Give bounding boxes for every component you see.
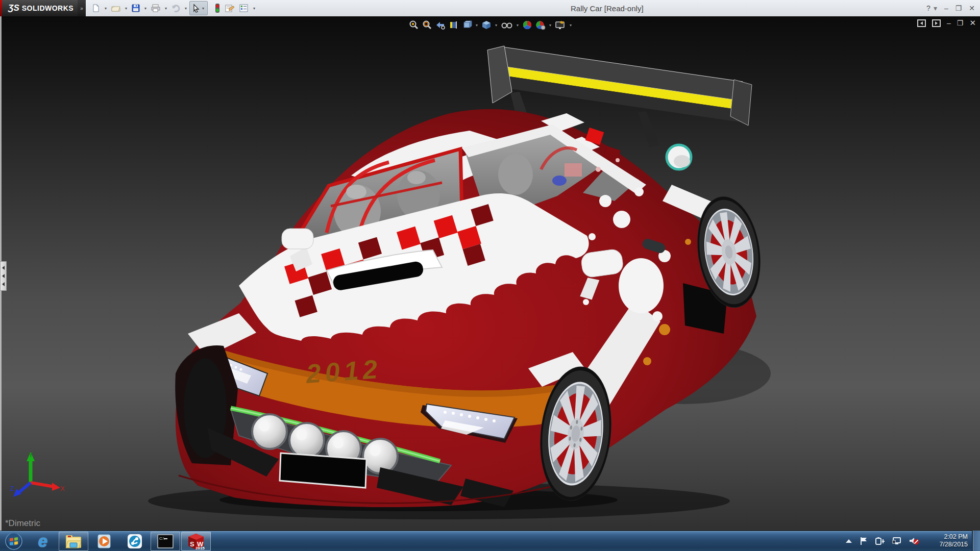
undo-button[interactable] bbox=[169, 2, 182, 15]
menu-expand-arrow[interactable]: » bbox=[78, 0, 86, 16]
triad-y-label: Y bbox=[29, 451, 33, 459]
zoom-to-area-button[interactable] bbox=[422, 19, 433, 31]
hide-show-dropdown[interactable]: ▾ bbox=[516, 23, 520, 28]
save-dropdown[interactable]: ▾ bbox=[143, 6, 148, 11]
section-view-button[interactable] bbox=[448, 19, 459, 31]
options-button[interactable] bbox=[237, 2, 251, 15]
media-player-icon bbox=[96, 533, 112, 549]
print-button[interactable] bbox=[149, 2, 162, 15]
previous-view-icon bbox=[435, 20, 446, 30]
save-floppy-icon bbox=[131, 4, 140, 13]
help-button[interactable]: ? bbox=[926, 4, 930, 12]
power-battery-icon[interactable] bbox=[875, 536, 885, 545]
new-dropdown[interactable]: ▾ bbox=[103, 6, 108, 11]
solidworks-logo: ƷS SOLIDWORKS bbox=[2, 0, 78, 16]
triad-x-label: X bbox=[60, 485, 65, 492]
start-button[interactable] bbox=[1, 532, 27, 551]
print-dropdown[interactable]: ▾ bbox=[163, 6, 168, 11]
document-window-controls: – ❐ ✕ bbox=[917, 18, 976, 28]
document-title: Rally Car [Read-only] bbox=[571, 0, 644, 16]
restore-button[interactable]: ❐ bbox=[955, 4, 962, 12]
select-cursor-icon bbox=[191, 4, 201, 13]
help-dropdown[interactable]: ▾ bbox=[934, 4, 937, 12]
options-dropdown[interactable]: ▾ bbox=[252, 6, 257, 11]
internet-explorer-icon: e bbox=[38, 532, 47, 551]
taskbar: e C:\ bbox=[0, 531, 980, 551]
svg-text:S: S bbox=[190, 540, 194, 548]
view-orientation-label: *Dimetric bbox=[5, 518, 40, 529]
windows-start-orb bbox=[5, 533, 22, 550]
share-app-button[interactable] bbox=[120, 532, 150, 551]
network-icon[interactable] bbox=[892, 536, 902, 545]
triad-z-label: Z bbox=[10, 485, 14, 492]
minimize-document-button[interactable]: – bbox=[947, 19, 951, 27]
media-player-button[interactable] bbox=[89, 532, 119, 551]
view-settings-icon bbox=[555, 20, 566, 30]
rally-car-model[interactable]: 2012 bbox=[0, 16, 980, 531]
apply-scene-button[interactable] bbox=[535, 19, 546, 31]
view-settings-dropdown[interactable]: ▾ bbox=[569, 23, 573, 28]
file-properties-button[interactable] bbox=[223, 2, 236, 15]
view-orientation-dropdown[interactable]: ▾ bbox=[475, 23, 479, 28]
window-controls: ? ▾ – ❐ ✕ bbox=[926, 0, 975, 16]
share-app-icon bbox=[127, 533, 143, 549]
display-style-button[interactable] bbox=[481, 19, 492, 31]
apply-scene-icon bbox=[535, 20, 546, 30]
restore-document-button[interactable]: ❐ bbox=[957, 19, 964, 27]
edit-appearance-button[interactable] bbox=[522, 19, 533, 31]
zoom-to-fit-button[interactable] bbox=[408, 19, 420, 31]
collapse-arrow-icon bbox=[2, 266, 5, 270]
open-folder-icon bbox=[111, 4, 121, 13]
minimize-button[interactable]: – bbox=[944, 4, 948, 12]
heads-up-toolbar: ▾ ▾ ▾ ▾ ▾ bbox=[408, 18, 573, 32]
view-orientation-button[interactable] bbox=[461, 19, 473, 31]
close-document-button[interactable]: ✕ bbox=[969, 18, 976, 28]
undo-dropdown[interactable]: ▾ bbox=[183, 6, 188, 11]
zoom-to-area-icon bbox=[422, 20, 432, 30]
open-document-button[interactable] bbox=[109, 2, 122, 15]
featuremanager-collapsed-tab[interactable] bbox=[0, 261, 7, 291]
printer-icon bbox=[151, 4, 161, 13]
graphics-area[interactable]: 2012 bbox=[0, 16, 980, 531]
show-hidden-icons-button[interactable] bbox=[845, 538, 852, 543]
file-properties-icon bbox=[225, 4, 235, 13]
solidworks-taskbar-button[interactable]: S W 2015 bbox=[181, 532, 211, 551]
display-style-dropdown[interactable]: ▾ bbox=[494, 23, 498, 28]
section-view-icon bbox=[449, 20, 459, 30]
new-document-icon bbox=[91, 4, 101, 13]
solidworks-logo-mark: ƷS bbox=[8, 3, 19, 13]
collapse-left-pane-icon[interactable] bbox=[917, 19, 926, 27]
windows-explorer-icon bbox=[65, 534, 82, 549]
view-settings-button[interactable] bbox=[554, 19, 567, 31]
select-tool-button[interactable]: ▾ bbox=[189, 1, 208, 15]
collapse-arrow-icon bbox=[2, 274, 5, 278]
eyeglasses-icon bbox=[501, 20, 513, 30]
volume-muted-icon[interactable] bbox=[909, 536, 920, 545]
new-document-button[interactable] bbox=[90, 2, 102, 15]
close-button[interactable]: ✕ bbox=[969, 4, 975, 12]
display-style-icon bbox=[481, 20, 492, 30]
taskbar-clock[interactable]: 2:02 PM 7/28/2015 bbox=[939, 531, 968, 551]
solidworks-app-icon: S W 2015 bbox=[187, 533, 205, 550]
windows-explorer-button[interactable] bbox=[59, 532, 88, 551]
options-list-icon bbox=[239, 4, 249, 13]
title-bar: ƷS SOLIDWORKS » ▾ ▾ ▾ ▾ ▾ ▾ ▾ bbox=[0, 0, 980, 17]
standard-toolbar: ▾ ▾ ▾ ▾ ▾ ▾ ▾ bbox=[90, 0, 257, 16]
open-dropdown[interactable]: ▾ bbox=[124, 6, 129, 11]
apply-scene-dropdown[interactable]: ▾ bbox=[548, 23, 552, 28]
clock-date: 7/28/2015 bbox=[939, 541, 968, 548]
save-button[interactable] bbox=[130, 2, 142, 15]
previous-view-button[interactable] bbox=[435, 19, 446, 31]
show-desktop-button[interactable] bbox=[972, 531, 980, 551]
collapse-arrow-icon bbox=[2, 282, 5, 286]
action-center-flag-icon[interactable] bbox=[859, 536, 868, 545]
system-tray bbox=[845, 531, 920, 551]
year-decal: 2012 bbox=[305, 354, 382, 389]
hide-show-items-button[interactable] bbox=[500, 19, 513, 31]
command-prompt-icon: C:\ bbox=[157, 534, 174, 549]
internet-explorer-button[interactable]: e bbox=[28, 532, 58, 551]
select-dropdown[interactable]: ▾ bbox=[201, 6, 206, 11]
rebuild-button[interactable] bbox=[213, 2, 222, 15]
command-prompt-button[interactable]: C:\ bbox=[151, 532, 180, 551]
expand-right-pane-icon[interactable] bbox=[932, 19, 941, 27]
